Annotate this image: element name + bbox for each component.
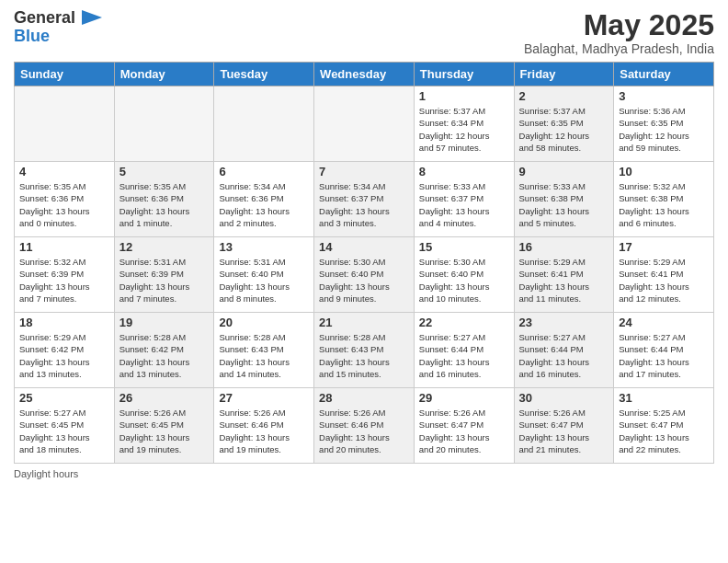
day-info: Sunrise: 5:31 AM Sunset: 6:40 PM Dayligh… xyxy=(219,256,309,304)
calendar-cell: 27Sunrise: 5:26 AM Sunset: 6:46 PM Dayli… xyxy=(214,388,314,464)
day-number: 14 xyxy=(319,240,409,254)
day-info: Sunrise: 5:29 AM Sunset: 6:41 PM Dayligh… xyxy=(619,256,709,304)
day-info: Sunrise: 5:28 AM Sunset: 6:43 PM Dayligh… xyxy=(219,331,309,380)
calendar-cell: 20Sunrise: 5:28 AM Sunset: 6:43 PM Dayli… xyxy=(214,313,314,388)
calendar-header-saturday: Saturday xyxy=(614,63,714,86)
logo-blue-text: Blue xyxy=(14,28,102,46)
day-number: 20 xyxy=(219,316,309,329)
day-info: Sunrise: 5:36 AM Sunset: 6:35 PM Dayligh… xyxy=(619,105,709,154)
location: Balaghat, Madhya Pradesh, India xyxy=(524,41,714,56)
calendar-cell: 30Sunrise: 5:26 AM Sunset: 6:47 PM Dayli… xyxy=(514,388,614,464)
calendar-cell xyxy=(114,86,214,162)
day-number: 24 xyxy=(619,316,709,329)
calendar-header-wednesday: Wednesday xyxy=(314,63,415,86)
day-number: 9 xyxy=(519,165,609,178)
day-number: 11 xyxy=(19,240,109,254)
day-number: 8 xyxy=(419,165,509,178)
day-info: Sunrise: 5:26 AM Sunset: 6:47 PM Dayligh… xyxy=(519,407,609,455)
day-info: Sunrise: 5:37 AM Sunset: 6:34 PM Dayligh… xyxy=(419,105,509,154)
day-info: Sunrise: 5:34 AM Sunset: 6:37 PM Dayligh… xyxy=(319,180,409,229)
calendar-cell: 23Sunrise: 5:27 AM Sunset: 6:44 PM Dayli… xyxy=(514,313,614,388)
day-info: Sunrise: 5:26 AM Sunset: 6:46 PM Dayligh… xyxy=(219,407,309,455)
day-info: Sunrise: 5:27 AM Sunset: 6:44 PM Dayligh… xyxy=(619,331,709,380)
calendar-cell: 29Sunrise: 5:26 AM Sunset: 6:47 PM Dayli… xyxy=(414,388,514,464)
day-info: Sunrise: 5:31 AM Sunset: 6:39 PM Dayligh… xyxy=(119,256,210,304)
day-number: 18 xyxy=(19,316,109,329)
calendar-cell: 15Sunrise: 5:30 AM Sunset: 6:40 PM Dayli… xyxy=(414,237,514,313)
calendar-cell: 6Sunrise: 5:34 AM Sunset: 6:36 PM Daylig… xyxy=(214,162,314,237)
svg-marker-0 xyxy=(82,10,102,25)
day-number: 22 xyxy=(419,316,509,329)
day-number: 29 xyxy=(419,391,509,405)
calendar-cell: 26Sunrise: 5:26 AM Sunset: 6:45 PM Dayli… xyxy=(114,388,214,464)
calendar-cell xyxy=(314,86,415,162)
calendar-header-sunday: Sunday xyxy=(15,63,115,86)
title-block: May 2025 Balaghat, Madhya Pradesh, India xyxy=(524,9,714,56)
day-number: 15 xyxy=(419,240,509,254)
day-info: Sunrise: 5:30 AM Sunset: 6:40 PM Dayligh… xyxy=(419,256,509,304)
calendar-cell: 7Sunrise: 5:34 AM Sunset: 6:37 PM Daylig… xyxy=(314,162,415,237)
day-info: Sunrise: 5:26 AM Sunset: 6:47 PM Dayligh… xyxy=(419,407,509,455)
day-info: Sunrise: 5:33 AM Sunset: 6:37 PM Dayligh… xyxy=(419,180,509,229)
day-number: 7 xyxy=(319,165,409,178)
day-number: 30 xyxy=(519,391,609,405)
day-info: Sunrise: 5:29 AM Sunset: 6:41 PM Dayligh… xyxy=(519,256,609,304)
logo: General Blue xyxy=(14,9,102,46)
day-number: 19 xyxy=(119,316,210,329)
calendar-cell: 17Sunrise: 5:29 AM Sunset: 6:41 PM Dayli… xyxy=(614,237,714,313)
day-info: Sunrise: 5:26 AM Sunset: 6:45 PM Dayligh… xyxy=(119,407,210,455)
calendar-cell: 31Sunrise: 5:25 AM Sunset: 6:47 PM Dayli… xyxy=(614,388,714,464)
calendar-cell: 22Sunrise: 5:27 AM Sunset: 6:44 PM Dayli… xyxy=(414,313,514,388)
page: General Blue May 2025 Balaghat, Madhya P… xyxy=(0,0,728,563)
calendar-table: SundayMondayTuesdayWednesdayThursdayFrid… xyxy=(14,62,714,464)
day-info: Sunrise: 5:25 AM Sunset: 6:47 PM Dayligh… xyxy=(619,407,709,455)
day-info: Sunrise: 5:30 AM Sunset: 6:40 PM Dayligh… xyxy=(319,256,409,304)
day-number: 23 xyxy=(519,316,609,329)
calendar-cell: 10Sunrise: 5:32 AM Sunset: 6:38 PM Dayli… xyxy=(614,162,714,237)
calendar-cell: 1Sunrise: 5:37 AM Sunset: 6:34 PM Daylig… xyxy=(414,86,514,162)
calendar-cell: 13Sunrise: 5:31 AM Sunset: 6:40 PM Dayli… xyxy=(214,237,314,313)
calendar-header-row: SundayMondayTuesdayWednesdayThursdayFrid… xyxy=(15,63,714,86)
calendar-week-1: 1Sunrise: 5:37 AM Sunset: 6:34 PM Daylig… xyxy=(15,86,714,162)
calendar-cell: 5Sunrise: 5:35 AM Sunset: 6:36 PM Daylig… xyxy=(114,162,214,237)
day-number: 5 xyxy=(119,165,210,178)
day-number: 4 xyxy=(19,165,109,178)
calendar-cell: 2Sunrise: 5:37 AM Sunset: 6:35 PM Daylig… xyxy=(514,86,614,162)
calendar-cell xyxy=(214,86,314,162)
day-number: 3 xyxy=(619,89,709,103)
calendar-cell: 9Sunrise: 5:33 AM Sunset: 6:38 PM Daylig… xyxy=(514,162,614,237)
day-info: Sunrise: 5:37 AM Sunset: 6:35 PM Dayligh… xyxy=(519,105,609,154)
calendar-cell: 3Sunrise: 5:36 AM Sunset: 6:35 PM Daylig… xyxy=(614,86,714,162)
day-info: Sunrise: 5:28 AM Sunset: 6:43 PM Dayligh… xyxy=(319,331,409,380)
calendar-week-2: 4Sunrise: 5:35 AM Sunset: 6:36 PM Daylig… xyxy=(15,162,714,237)
calendar-cell: 12Sunrise: 5:31 AM Sunset: 6:39 PM Dayli… xyxy=(114,237,214,313)
day-info: Sunrise: 5:32 AM Sunset: 6:39 PM Dayligh… xyxy=(19,256,109,304)
footer: Daylight hours xyxy=(14,468,714,479)
day-number: 16 xyxy=(519,240,609,254)
day-number: 13 xyxy=(219,240,309,254)
calendar-cell: 24Sunrise: 5:27 AM Sunset: 6:44 PM Dayli… xyxy=(614,313,714,388)
day-number: 1 xyxy=(419,89,509,103)
day-info: Sunrise: 5:35 AM Sunset: 6:36 PM Dayligh… xyxy=(119,180,210,229)
day-number: 25 xyxy=(19,391,109,405)
day-number: 12 xyxy=(119,240,210,254)
calendar-week-4: 18Sunrise: 5:29 AM Sunset: 6:42 PM Dayli… xyxy=(15,313,714,388)
day-info: Sunrise: 5:27 AM Sunset: 6:44 PM Dayligh… xyxy=(519,331,609,380)
day-number: 27 xyxy=(219,391,309,405)
daylight-hours-label: Daylight hours xyxy=(14,468,78,479)
month-title: May 2025 xyxy=(524,9,714,41)
day-info: Sunrise: 5:33 AM Sunset: 6:38 PM Dayligh… xyxy=(519,180,609,229)
calendar-cell xyxy=(15,86,115,162)
day-number: 31 xyxy=(619,391,709,405)
calendar-header-friday: Friday xyxy=(514,63,614,86)
day-info: Sunrise: 5:35 AM Sunset: 6:36 PM Dayligh… xyxy=(19,180,109,229)
day-info: Sunrise: 5:34 AM Sunset: 6:36 PM Dayligh… xyxy=(219,180,309,229)
day-number: 17 xyxy=(619,240,709,254)
calendar-header-tuesday: Tuesday xyxy=(214,63,314,86)
day-number: 28 xyxy=(319,391,409,405)
calendar-cell: 4Sunrise: 5:35 AM Sunset: 6:36 PM Daylig… xyxy=(15,162,115,237)
day-number: 10 xyxy=(619,165,709,178)
calendar-header-thursday: Thursday xyxy=(414,63,514,86)
calendar-week-3: 11Sunrise: 5:32 AM Sunset: 6:39 PM Dayli… xyxy=(15,237,714,313)
calendar-cell: 28Sunrise: 5:26 AM Sunset: 6:46 PM Dayli… xyxy=(314,388,415,464)
